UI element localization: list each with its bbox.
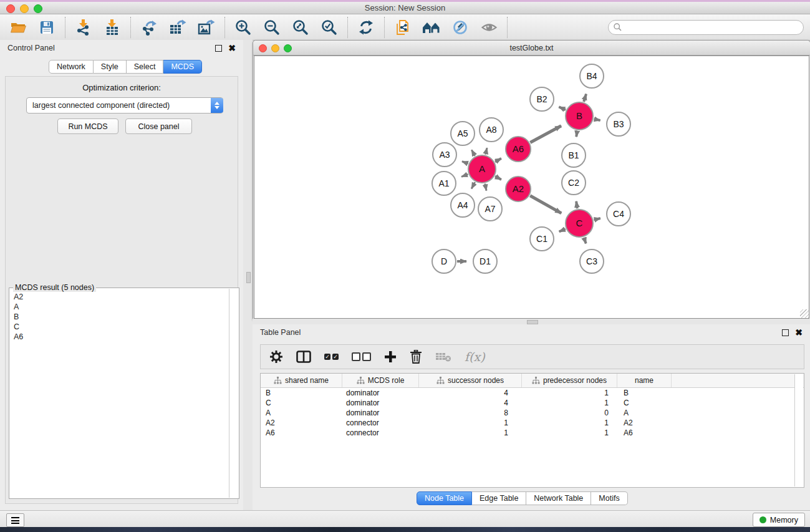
task-history-button[interactable] (6, 513, 24, 527)
tab-edge-table[interactable]: Edge Table (472, 491, 526, 505)
table-cell: 8 (419, 409, 522, 417)
import-table-icon[interactable] (103, 19, 122, 36)
result-list-item[interactable]: A6 (11, 332, 229, 342)
save-session-icon[interactable] (37, 19, 56, 36)
zoom-out-icon[interactable] (263, 19, 281, 36)
show-columns-icon[interactable] (296, 348, 311, 365)
result-list-item[interactable]: B (11, 312, 229, 322)
refresh-group (348, 17, 385, 38)
edge-A-A8[interactable] (486, 148, 487, 154)
edge-A6-B[interactable] (530, 126, 561, 143)
refresh-icon[interactable] (357, 19, 375, 36)
add-column-icon[interactable] (384, 348, 397, 365)
tab-network[interactable]: Network (49, 60, 94, 74)
show-hide-eye-icon[interactable] (480, 19, 498, 36)
open-session-icon[interactable] (9, 19, 27, 36)
table-settings-gear-icon[interactable] (269, 348, 283, 365)
function-builder-icon[interactable]: f(x) (465, 348, 485, 365)
memory-button[interactable]: Memory (753, 513, 805, 527)
search-input[interactable] (625, 22, 798, 32)
column-header-predecessor-nodes[interactable]: predecessor nodes (522, 374, 617, 387)
node-label-A7: A7 (485, 204, 495, 214)
edge-A-A5[interactable] (471, 150, 475, 156)
tab-node-table[interactable]: Node Table (417, 491, 472, 505)
float-panel-icon[interactable] (782, 329, 789, 336)
edge-A-A7[interactable] (485, 184, 486, 191)
minimize-window-button[interactable] (20, 4, 29, 13)
zoom-selected-icon[interactable] (320, 19, 339, 36)
edge-C-C3[interactable] (584, 238, 586, 244)
close-panel-icon[interactable]: ✖ (228, 45, 236, 51)
zoom-window-button[interactable] (34, 4, 42, 13)
edge-A-A1[interactable] (461, 174, 468, 177)
column-header-shared-name[interactable]: shared name (261, 374, 342, 387)
home-icon[interactable] (422, 19, 441, 36)
edge-C-C4[interactable] (594, 218, 600, 220)
table-row[interactable]: Cdominator41C (261, 398, 804, 408)
criterion-dropdown[interactable]: largest connected component (directed) (26, 97, 223, 114)
zoom-fit-icon[interactable] (291, 19, 310, 36)
export-image-icon[interactable] (197, 19, 216, 36)
column-header-successor-nodes[interactable]: successor nodes (419, 374, 522, 387)
close-panel-icon[interactable]: ✖ (795, 329, 803, 336)
tab-motifs[interactable]: Motifs (591, 491, 627, 505)
deselect-all-icon[interactable] (352, 348, 371, 365)
export-network-icon[interactable] (140, 19, 158, 36)
resize-handle[interactable] (800, 309, 809, 318)
edge-A2-C[interactable] (530, 196, 561, 213)
node-table: shared nameMCDS rolesuccessor nodesprede… (260, 373, 804, 488)
import-network-icon[interactable] (74, 19, 93, 36)
edge-A-A4[interactable] (471, 182, 475, 188)
run-mcds-button[interactable]: Run MCDS (57, 118, 118, 134)
table-cell: dominator (342, 409, 419, 417)
table-row[interactable]: Adominator80A (261, 408, 804, 418)
column-header-name[interactable]: name (617, 374, 672, 387)
edge-C-C1[interactable] (559, 229, 566, 231)
clone-network-icon[interactable] (393, 19, 412, 36)
delete-column-trash-icon[interactable] (410, 348, 422, 365)
tab-network-table[interactable]: Network Table (526, 491, 591, 505)
result-scrollbar[interactable] (229, 289, 238, 498)
table-row[interactable]: A2connector11A2 (261, 418, 804, 428)
network-zoom-button[interactable] (284, 44, 292, 52)
tab-select[interactable]: Select (127, 60, 164, 74)
delete-table-icon[interactable] (435, 348, 451, 365)
edge-B-B2[interactable] (559, 107, 566, 110)
edge-A-A3[interactable] (462, 162, 468, 164)
export-table-icon[interactable] (168, 19, 187, 36)
edge-A-A6[interactable] (495, 158, 501, 162)
vertical-splitter[interactable] (243, 40, 253, 510)
result-list-item[interactable]: A2 (11, 292, 229, 302)
column-header-mcds-role[interactable]: MCDS role (342, 374, 419, 387)
edge-B-B4[interactable] (584, 94, 586, 102)
edge-C-C2[interactable] (576, 201, 577, 209)
table-scrollbar[interactable] (794, 374, 803, 486)
result-list-item[interactable]: C (11, 322, 229, 332)
network-minimize-button[interactable] (271, 44, 279, 52)
horizontal-splitter[interactable] (253, 319, 810, 324)
close-panel-button[interactable]: Close panel (125, 118, 192, 134)
node-label-C: C (576, 218, 583, 228)
float-panel-icon[interactable] (215, 45, 222, 52)
network-close-button[interactable] (259, 44, 267, 52)
tab-mcds[interactable]: MCDS (163, 60, 202, 74)
node-label-A8: A8 (486, 125, 496, 135)
network-canvas[interactable]: AA6A2BCA1A3A5A8A4A7B1B2B3B4C1C2C3C4DD1 (254, 56, 809, 319)
splitter-handle[interactable] (527, 320, 538, 324)
network-graph[interactable]: AA6A2BCA1A3A5A8A4A7B1B2B3B4C1C2C3C4DD1 (254, 56, 808, 317)
hide-graphics-icon[interactable] (451, 19, 470, 36)
attribute-tree-icon (532, 377, 540, 384)
splitter-handle[interactable] (246, 272, 251, 283)
table-row[interactable]: Bdominator41B (261, 388, 804, 398)
table-row[interactable]: A6connector11A6 (261, 428, 804, 438)
edge-A-A2[interactable] (495, 177, 501, 180)
close-window-button[interactable] (6, 4, 15, 13)
tab-style[interactable]: Style (94, 60, 127, 74)
edge-B-B3[interactable] (594, 119, 600, 120)
node-label-A: A (479, 163, 485, 174)
select-all-icon[interactable]: ✓✓ (324, 348, 339, 365)
edge-B-B1[interactable] (576, 131, 577, 137)
zoom-in-icon[interactable] (234, 19, 253, 36)
network-window-titlebar[interactable]: testGlobe.txt (253, 41, 810, 56)
result-list-item[interactable]: A (11, 302, 229, 312)
